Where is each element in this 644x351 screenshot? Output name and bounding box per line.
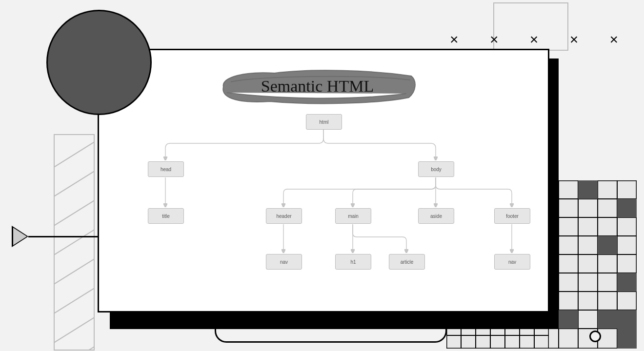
x-marks: × × × × × — [450, 31, 632, 48]
play-triangle-icon — [12, 226, 28, 247]
svg-line-6 — [55, 306, 94, 350]
svg-rect-22 — [617, 199, 637, 217]
svg-rect-25 — [559, 310, 578, 329]
node-title: title — [148, 208, 184, 224]
node-nav-1: nav — [266, 254, 302, 270]
node-body: body — [418, 161, 454, 177]
connector-line — [28, 236, 99, 237]
hatched-panel — [54, 134, 95, 351]
diagram-title: Semantic HTML — [216, 67, 419, 105]
tree-diagram: html head body title header main aside f… — [99, 111, 548, 306]
node-head: head — [148, 161, 184, 177]
node-article: article — [389, 254, 425, 270]
svg-rect-28 — [617, 329, 637, 349]
svg-line-4 — [55, 247, 94, 296]
svg-rect-23 — [598, 236, 617, 254]
svg-rect-24 — [617, 273, 637, 292]
svg-line-7 — [55, 335, 94, 350]
big-circle — [46, 10, 152, 115]
diagram-card: Semantic HTML — [98, 49, 549, 312]
small-circle-icon — [589, 331, 601, 342]
svg-line-3 — [55, 218, 94, 267]
svg-rect-27 — [617, 310, 637, 330]
svg-line-2 — [55, 189, 94, 237]
svg-rect-26 — [598, 310, 617, 329]
svg-line-5 — [55, 276, 94, 325]
node-main: main — [335, 208, 371, 224]
node-h1: h1 — [335, 254, 371, 270]
node-html: html — [306, 114, 342, 130]
node-nav-2: nav — [494, 254, 530, 270]
svg-line-1 — [55, 159, 94, 208]
node-header: header — [266, 208, 302, 224]
node-aside: aside — [418, 208, 454, 224]
svg-line-0 — [55, 135, 94, 179]
node-footer: footer — [494, 208, 530, 224]
svg-rect-21 — [578, 180, 598, 199]
